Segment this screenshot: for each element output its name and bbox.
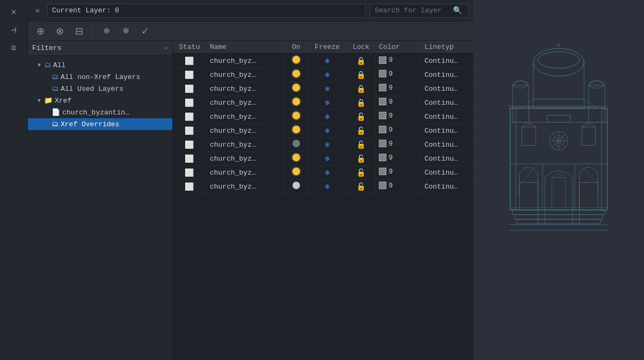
cell-color[interactable]: 9 (376, 82, 421, 96)
cell-on[interactable] (284, 82, 308, 96)
layers-icon[interactable]: ≡ (5, 41, 23, 56)
cell-freeze[interactable]: ❄ (308, 179, 347, 193)
cell-color[interactable]: 9 (376, 96, 421, 110)
on-indicator (292, 56, 300, 63)
thaw-vp-button[interactable]: ❄ (118, 24, 134, 38)
cell-color[interactable]: 9 (376, 152, 421, 165)
filters-collapse-button[interactable]: « (164, 45, 168, 52)
cell-on[interactable] (284, 179, 308, 193)
filter-item-used[interactable]: 🗂 All Used Layers (28, 83, 172, 95)
filter-item-xref-overrides[interactable]: 🗂 Xref Overrides (28, 118, 172, 130)
dialog-close-button[interactable]: ✕ (32, 5, 43, 16)
check-icon: ✓ (141, 25, 149, 37)
color-number: 9 (389, 84, 393, 92)
table-row[interactable]: ⬜church_byz…❄🔓9Continu… (173, 124, 473, 138)
cell-freeze[interactable]: ❄ (308, 82, 347, 96)
close-button[interactable]: ✕ (5, 4, 23, 19)
cell-on[interactable] (284, 54, 308, 68)
table-row[interactable]: ⬜church_byz…❄🔓9Continu… (173, 110, 473, 124)
col-header-status[interactable]: Statu (173, 41, 206, 54)
table-row[interactable]: ⬜church_byz…❄🔓9Continu… (173, 152, 473, 165)
col-header-color[interactable]: Color (376, 41, 421, 54)
collapse-icon[interactable]: ⊣ (5, 23, 23, 38)
table-row[interactable]: ⬜church_byz…❄🔓9Continu… (173, 165, 473, 179)
cell-color[interactable]: 9 (376, 68, 421, 82)
cell-lock[interactable]: 🔒 (347, 96, 376, 110)
new-layer-button[interactable]: ⊕ (32, 24, 48, 38)
col-header-freeze[interactable]: Freeze (308, 41, 347, 54)
on-indicator (292, 140, 300, 147)
cell-lock[interactable]: 🔓 (347, 110, 376, 124)
cell-lock[interactable]: 🔒 (347, 82, 376, 96)
table-row[interactable]: ⬜church_byz…❄🔓9Continu… (173, 179, 473, 193)
freeze-icon: ❄ (325, 57, 330, 66)
cell-freeze[interactable]: ❄ (308, 138, 347, 152)
filter-item-non-xref[interactable]: 🗂 All non-Xref Layers (28, 71, 172, 83)
cell-on[interactable] (284, 68, 308, 82)
cell-status: ⬜ (173, 110, 206, 124)
cell-name: church_byz… (206, 96, 284, 110)
svg-rect-0 (473, 25, 644, 335)
table-row[interactable]: ⬜church_byz…❄🔒9Continu… (173, 82, 473, 96)
cell-on[interactable] (284, 96, 308, 110)
cell-color[interactable]: 9 (376, 110, 421, 124)
filter-item-all[interactable]: ▼ 🗂 All (28, 59, 172, 71)
filter-item-church[interactable]: 📄 church_byzantin… (28, 106, 172, 118)
cell-lock[interactable]: 🔓 (347, 124, 376, 138)
set-current-button[interactable]: ✓ (137, 24, 153, 38)
cell-color[interactable]: 9 (376, 54, 421, 68)
cell-on[interactable] (284, 165, 308, 179)
color-swatch: 9 (379, 112, 393, 120)
table-row[interactable]: ⬜church_byz…❄🔒9Continu… (173, 96, 473, 110)
cell-freeze[interactable]: ❄ (308, 124, 347, 138)
table-row[interactable]: ⬜church_byz…❄🔓9Continu… (173, 138, 473, 152)
cell-name: church_byz… (206, 110, 284, 124)
status-icon: ⬜ (185, 71, 194, 80)
cell-on[interactable] (284, 124, 308, 138)
delete-layer-button[interactable]: ⊟ (71, 24, 87, 38)
cell-on[interactable] (284, 138, 308, 152)
table-row[interactable]: ⬜church_byz…❄🔒9Continu… (173, 54, 473, 68)
cell-freeze[interactable]: ❄ (308, 96, 347, 110)
cell-color[interactable]: 9 (376, 179, 421, 193)
current-layer-field[interactable] (47, 4, 365, 18)
cell-lock[interactable]: 🔒 (347, 68, 376, 82)
swatch-box (379, 126, 386, 133)
layers-table-area: Statu Name On Freeze Lock Color Linetyp … (173, 41, 473, 360)
cell-lock[interactable]: 🔓 (347, 165, 376, 179)
cell-freeze[interactable]: ❄ (308, 110, 347, 124)
table-row[interactable]: ⬜church_byz…❄🔒9Continu… (173, 68, 473, 82)
delete-layer-icon: ⊟ (75, 25, 83, 37)
cell-freeze[interactable]: ❄ (308, 152, 347, 165)
freeze-vp-button[interactable]: ❄ (98, 24, 114, 38)
cell-lock[interactable]: 🔒 (347, 54, 376, 68)
cell-on[interactable] (284, 152, 308, 165)
swatch-box (379, 168, 386, 175)
cell-lock[interactable]: 🔓 (347, 138, 376, 152)
cell-on[interactable] (284, 110, 308, 124)
new-layer-vp-button[interactable]: ⊗ (52, 24, 68, 38)
color-number: 9 (389, 182, 393, 190)
cell-color[interactable]: 9 (376, 124, 421, 138)
on-indicator (292, 84, 300, 91)
color-number: 9 (389, 126, 393, 134)
freeze-icon: ❄ (325, 113, 330, 121)
cell-freeze[interactable]: ❄ (308, 68, 347, 82)
col-header-on[interactable]: On (284, 41, 308, 54)
cell-freeze[interactable]: ❄ (308, 165, 347, 179)
cell-color[interactable]: 9 (376, 138, 421, 152)
filter-item-xref[interactable]: ▼ 📁 Xref (28, 95, 172, 106)
col-header-linetype[interactable]: Linetyp (421, 41, 473, 54)
status-icon: ⬜ (185, 113, 194, 121)
search-input[interactable] (375, 6, 450, 15)
cell-freeze[interactable]: ❄ (308, 54, 347, 68)
status-icon: ⬜ (185, 169, 194, 177)
color-number: 9 (389, 112, 393, 120)
col-header-lock[interactable]: Lock (347, 41, 376, 54)
freeze-icon: ❄ (325, 99, 330, 107)
cell-color[interactable]: 9 (376, 165, 421, 179)
cell-lock[interactable]: 🔓 (347, 179, 376, 193)
cell-lock[interactable]: 🔓 (347, 152, 376, 165)
cell-status: ⬜ (173, 124, 206, 138)
col-header-name[interactable]: Name (206, 41, 284, 54)
